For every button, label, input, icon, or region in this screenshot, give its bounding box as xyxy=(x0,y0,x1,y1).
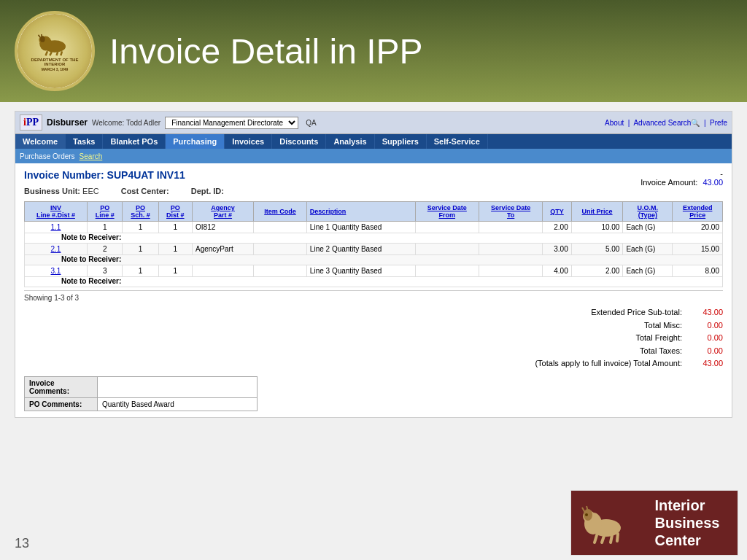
svg-line-6 xyxy=(61,51,62,55)
po-comments-label: PO Comments: xyxy=(25,398,98,411)
nav-analysis[interactable]: Analysis xyxy=(326,134,374,149)
th-svc-to[interactable]: Service DateTo xyxy=(479,202,542,222)
total-label: (Totals apply to full invoice) Total Amo… xyxy=(535,357,682,370)
svg-line-18 xyxy=(582,508,585,513)
slide-number: 13 xyxy=(15,536,29,551)
subtotal-row: Extended Price Sub-total: 43.00 xyxy=(24,306,723,319)
slide-header: DEPARTMENT OF THE INTERIOR MARCH 3, 1849… xyxy=(0,0,747,102)
nav-self-service[interactable]: Self-Service xyxy=(427,134,488,149)
svg-line-9 xyxy=(42,34,42,36)
agency-part-1: OI812 xyxy=(193,222,254,233)
note-row-1: Note to Receiver: xyxy=(25,233,723,244)
about-link[interactable]: About xyxy=(605,119,624,127)
ibc-text-block: InteriorBusinessCenter xyxy=(637,490,738,556)
unit-price-1: 10.00 xyxy=(571,222,623,233)
inv-link-3[interactable]: 3.1 xyxy=(25,265,88,277)
nav-invoices[interactable]: Invoices xyxy=(225,134,272,149)
nav-discounts[interactable]: Discounts xyxy=(272,134,326,149)
svc-from-2 xyxy=(415,244,479,255)
freight-row: Total Freight: 0.00 xyxy=(24,332,723,345)
agency-part-2: AgencyPart xyxy=(193,244,254,255)
slide-content: iPP Disburser Welcome: Todd Adler Financ… xyxy=(0,102,747,560)
svg-point-20 xyxy=(585,513,588,516)
po-line-2: 2 xyxy=(87,244,123,255)
po-sch-1: 1 xyxy=(123,222,158,233)
total-row: (Totals apply to full invoice) Total Amo… xyxy=(24,357,723,370)
inv-link-2[interactable]: 2.1 xyxy=(25,244,88,255)
svg-line-5 xyxy=(57,52,58,55)
extended-2: 15.00 xyxy=(673,244,723,255)
nav-tasks[interactable]: Tasks xyxy=(66,134,103,149)
ibc-name: InteriorBusinessCenter xyxy=(655,497,720,549)
item-code-2 xyxy=(254,244,307,255)
department-seal: DEPARTMENT OF THE INTERIOR MARCH 3, 1849 xyxy=(15,11,95,91)
po-comments-row: PO Comments: Quantity Based Award xyxy=(25,398,257,411)
description-3: Line 3 Quantity Based xyxy=(306,265,415,277)
invoice-comments-label: Invoice Comments: xyxy=(25,377,98,397)
description-2: Line 2 Quantity Based xyxy=(306,244,415,255)
bison-logo-icon xyxy=(578,497,630,548)
business-unit-label: Business Unit: EEC xyxy=(24,187,99,195)
ibc-logo: InteriorBusinessCenter xyxy=(570,490,738,556)
taxes-row: Total Taxes: 0.00 xyxy=(24,345,723,358)
th-svc-from[interactable]: Service DateFrom xyxy=(415,202,479,222)
svg-line-15 xyxy=(602,536,604,542)
th-po-dist[interactable]: PODist # xyxy=(158,202,192,222)
subnav-search[interactable]: Search xyxy=(80,152,103,160)
invoice-comments-row: Invoice Comments: xyxy=(25,377,257,398)
ipp-welcome: Welcome: Todd Adler xyxy=(92,119,160,127)
org-select[interactable]: Financial Management Directorate xyxy=(165,117,298,129)
showing-text: Showing 1-3 of 3 xyxy=(24,294,723,302)
total-value: 43.00 xyxy=(694,357,723,370)
th-po-line[interactable]: POLine # xyxy=(87,202,123,222)
uom-3: Each (G) xyxy=(623,265,673,277)
invoice-comments-value xyxy=(98,377,257,397)
qa-label: QA xyxy=(306,119,316,127)
po-line-3: 3 xyxy=(87,265,123,277)
misc-label: Total Misc: xyxy=(644,319,682,332)
note-row-2: Note to Receiver: xyxy=(25,255,723,265)
taxes-value: 0.00 xyxy=(694,345,723,358)
table-row: 1.1 1 1 1 OI812 Line 1 Quantity Based 2.… xyxy=(25,222,723,233)
top-links: About | Advanced Search🔍 | Prefe xyxy=(605,119,727,127)
svg-line-8 xyxy=(39,35,41,37)
subtotal-value: 43.00 xyxy=(694,306,723,319)
svg-line-3 xyxy=(46,51,48,55)
inv-link-1[interactable]: 1.1 xyxy=(25,222,88,233)
th-description[interactable]: Description xyxy=(306,202,415,222)
ipp-appname: Disburser xyxy=(47,117,88,128)
nav-welcome[interactable]: Welcome xyxy=(15,134,66,149)
ipp-topbar: iPP Disburser Welcome: Todd Adler Financ… xyxy=(15,112,732,134)
th-agency-part[interactable]: AgencyPart # xyxy=(193,202,254,222)
invoice-amount: 43.00 xyxy=(703,178,723,187)
th-inv[interactable]: INVLine #.Dist # xyxy=(25,202,88,222)
advanced-search-link[interactable]: Advanced Search xyxy=(633,119,691,127)
nav-purchasing[interactable]: Purchasing xyxy=(166,134,225,149)
th-unit-price[interactable]: Unit Price xyxy=(571,202,623,222)
unit-price-3: 2.00 xyxy=(571,265,623,277)
nav-suppliers[interactable]: Suppliers xyxy=(375,134,427,149)
invoice-number-label: Invoice Number: xyxy=(24,169,104,181)
svc-from-1 xyxy=(415,222,479,233)
description-1: Line 1 Quantity Based xyxy=(306,222,415,233)
invoice-number: SUP4UAT INV11 xyxy=(107,169,185,181)
th-extended[interactable]: ExtendedPrice xyxy=(673,202,723,222)
note-row-3: Note to Receiver: xyxy=(25,277,723,287)
prefe-link[interactable]: Prefe xyxy=(710,119,727,127)
th-po-sch[interactable]: POSch. # xyxy=(123,202,158,222)
th-item-code[interactable]: Item Code xyxy=(254,202,307,222)
po-sch-3: 1 xyxy=(123,265,158,277)
item-code-1 xyxy=(254,222,307,233)
freight-value: 0.00 xyxy=(694,332,723,345)
invoice-amount-section: - Invoice Amount: 43.00 xyxy=(640,169,723,187)
cost-center-label: Cost Center: xyxy=(121,187,169,195)
dept-id-label: Dept. ID: xyxy=(191,187,224,195)
th-qty[interactable]: QTY xyxy=(543,202,571,222)
subnav-purchase-orders[interactable]: Purchase Orders xyxy=(20,152,75,160)
invoice-number-title: Invoice Number: SUP4UAT INV11 xyxy=(24,169,185,181)
ipp-subnav: Purchase Orders Search xyxy=(15,149,732,163)
bison-icon xyxy=(36,31,73,56)
uom-1: Each (G) xyxy=(623,222,673,233)
th-uom[interactable]: U.O.M.(Type) xyxy=(623,202,673,222)
nav-blanket-pos[interactable]: Blanket POs xyxy=(103,134,166,149)
